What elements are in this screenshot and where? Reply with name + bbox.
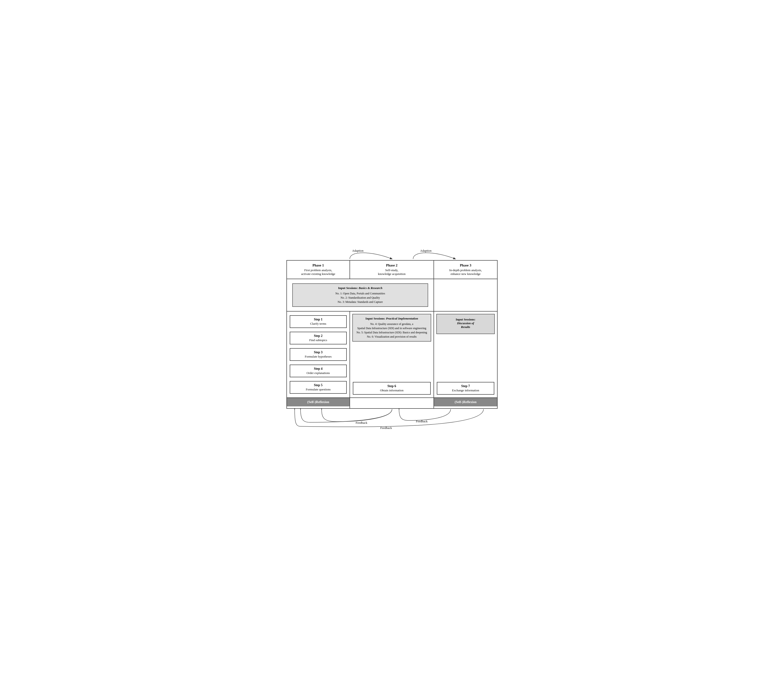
step5-box: Step 5 Formulate questions [290,381,347,394]
reflexion-right: (Self-)Reflexion [434,398,497,408]
adaption-label-left: Adaption [352,249,363,252]
input-basics-item1: No. 1: Open Data, Portals and Communitie… [296,291,425,296]
reflexion-left: (Self-)Reflexion [287,398,350,408]
reflexion-middle-empty [350,398,434,408]
phase3-title: Phase 3 [436,263,495,267]
input-basics-area: Input Sessions: Basics & Research No. 1:… [287,279,434,311]
adaption-arrows-area: Adaption Adaption [286,248,498,260]
phase1-header: Phase 1 First problem analysis,activate … [287,260,350,279]
main-diagram: Phase 1 First problem analysis,activate … [286,260,498,409]
phase3-subtitle: In-depth problem analysis,enhance new kn… [436,268,495,276]
step2-box: Step 2 Find subtopics [290,332,347,344]
main-content-row: Step 1 Clarify terms Step 2 Find subtopi… [287,312,497,397]
input-practical-item4: No. 6: Visualization and provision of re… [356,335,428,339]
feedback-label-right: Feedback [416,419,428,423]
input-basics-title: Input Sessions: Basics & Research [296,286,425,290]
input-basics-item2: No. 2: Standardization and Quality [296,296,425,300]
step1-label: Clarify terms [292,322,344,326]
feedback-label-bottom: Feedback [380,426,392,430]
step6-box: Step 6 Obtain information [353,382,431,394]
middle-column: Input Sessions: Practical Implementation… [350,312,434,397]
input-discussion-box: Input Sessions:Discussion ofResults [436,314,495,334]
phase2-subtitle: Self-study,knowledge acquisition [352,268,432,276]
step5-label: Formulate questions [292,388,344,391]
input-basics-box: Input Sessions: Basics & Research No. 1:… [292,284,428,307]
step3-box: Step 3 Formulate hypotheses [290,348,347,361]
step3-label: Formulate hypotheses [292,355,344,358]
step2-title: Step 2 [292,334,344,338]
phase2-title: Phase 2 [352,263,432,267]
input-practical-title: Input Sessions: Practical Implementation [356,317,428,321]
input-basics-row: Input Sessions: Basics & Research No. 1:… [287,279,497,312]
step4-label: Order explanations [292,371,344,375]
input-practical-item1: No. 4: Quality assurance of geodata, a [356,322,428,326]
input-basics-item3: No. 3: Metadata: Standards and Capture [296,300,425,304]
input-practical-item3: No. 5: Spatial Data Infrastructure (SDI)… [356,330,428,335]
step6-title: Step 6 [356,384,428,388]
phase2-header: Phase 2 Self-study,knowledge acquisition [350,260,434,279]
step3-title: Step 3 [292,351,344,354]
step1-title: Step 1 [292,318,344,321]
phase1-subtitle: First problem analysis,activate existing… [289,268,348,276]
phase1-title: Phase 1 [289,263,348,267]
diagram-outer-wrapper: Adaption Adaption Phase 1 First problem … [286,248,498,430]
input-basics-right-empty [434,279,497,311]
reflexion-bar-left: (Self-)Reflexion [287,398,350,406]
feedback-label-left: Feedback [356,421,367,425]
step2-label: Find subtopics [292,338,344,342]
step6-label: Obtain information [356,388,428,392]
step7-title: Step 7 [440,384,492,388]
steps-column: Step 1 Clarify terms Step 2 Find subtopi… [287,312,350,397]
reflexion-bar-right: (Self-)Reflexion [434,398,497,406]
step4-title: Step 4 [292,367,344,371]
phase-headers-row: Phase 1 First problem analysis,activate … [287,260,497,279]
adaption-label-right: Adaption [420,249,431,252]
step5-title: Step 5 [292,383,344,387]
feedback-arrows-area: Feedback Feedback Feedback [286,409,498,430]
reflexion-row: (Self-)Reflexion (Self-)Reflexion [287,397,497,408]
step7-label: Exchange information [440,388,492,392]
step4-box: Step 4 Order explanations [290,365,347,377]
input-practical-box: Input Sessions: Practical Implementation… [352,314,431,341]
input-discussion-title: Input Sessions:Discussion ofResults [440,318,492,329]
input-practical-item2: Spatial Data Infrastructure (SDI) and in… [356,326,428,330]
step7-box: Step 7 Exchange information [437,382,494,394]
right-column: Input Sessions:Discussion ofResults Step… [434,312,497,397]
step1-box: Step 1 Clarify terms [290,315,347,328]
phase3-header: Phase 3 In-depth problem analysis,enhanc… [434,260,497,279]
